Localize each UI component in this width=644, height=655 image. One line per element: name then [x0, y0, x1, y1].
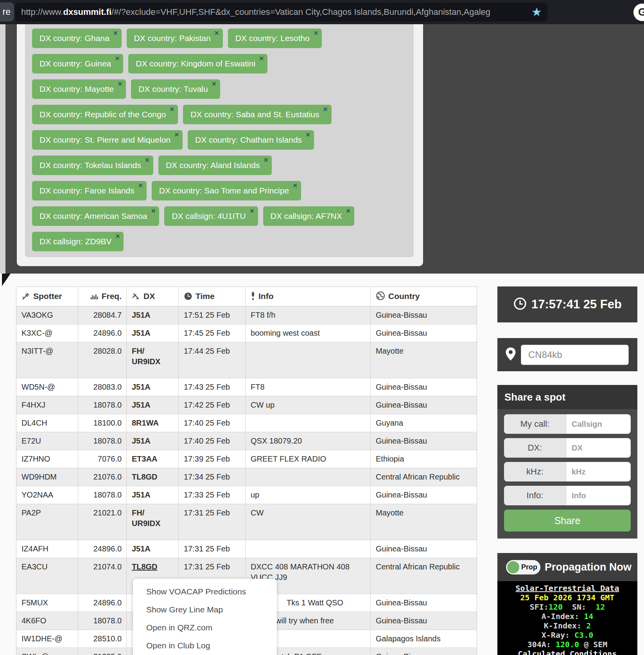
tag-row: DX country: Republic of the Congo✕DX cou…: [32, 105, 414, 124]
filter-tag[interactable]: DX country: Mayotte✕: [32, 79, 126, 99]
locator-input[interactable]: [521, 345, 629, 365]
filter-tag[interactable]: DX country: Aland Islands✕: [158, 156, 272, 175]
dx-callsign-link[interactable]: J51A: [132, 544, 151, 553]
solar-segment: A-Index:: [542, 612, 584, 621]
dx-callsign-link[interactable]: ET3AA: [132, 455, 158, 463]
country-cell: Guinea-Bissau: [371, 378, 477, 396]
remove-icon[interactable]: ✕: [212, 81, 217, 87]
filter-tag[interactable]: DX country: Republic of the Congo✕: [32, 105, 178, 124]
dx-callsign-link[interactable]: TL8GD: [132, 562, 158, 571]
dx-cell: J51A: [127, 486, 179, 504]
browser-partial-button[interactable]: re: [0, 2, 14, 21]
remove-icon[interactable]: ✕: [323, 106, 328, 112]
dx-callsign-link[interactable]: J51A: [132, 311, 151, 319]
filter-tag[interactable]: DX country: Sao Tome and Principe✕: [152, 181, 301, 200]
remove-icon[interactable]: ✕: [259, 55, 264, 61]
info-cell: [246, 342, 371, 378]
country-cell: Guinea-Bissau: [371, 540, 477, 558]
filter-tag[interactable]: DX country: St. Pierre and Miquelon✕: [32, 130, 183, 150]
url-domain: dxsummit.fi: [63, 7, 111, 17]
info-cell: [246, 540, 371, 558]
spotter-cell: N3ITT-@: [16, 342, 78, 378]
context-menu-item[interactable]: Open in Club Log: [133, 637, 277, 655]
filter-tag[interactable]: DX country: Tuvalu✕: [131, 79, 220, 99]
remove-icon[interactable]: ✕: [293, 183, 298, 188]
share-field-input-dx[interactable]: [566, 438, 631, 458]
dx-callsign-link[interactable]: J51A: [132, 329, 151, 337]
propagation-toggle[interactable]: Prop: [506, 560, 540, 574]
filter-tag[interactable]: DX country: Tokelau Islands✕: [32, 156, 153, 175]
dx-callsign-link[interactable]: FH/ UR9IDX: [132, 508, 160, 528]
info-cell: GREET FLEX RADIO: [246, 450, 371, 468]
share-field-input-khz[interactable]: [566, 462, 631, 481]
time-cell: 17:40 25 Feb: [179, 432, 246, 450]
profile-avatar[interactable]: G: [633, 4, 644, 21]
dx-callsign-link[interactable]: J51A: [132, 437, 151, 445]
url-bar[interactable]: http://www.dxsummit.fi/#/?exclude=VHF,UH…: [15, 3, 547, 21]
remove-icon[interactable]: ✕: [113, 30, 118, 36]
remove-icon[interactable]: ✕: [118, 81, 123, 87]
dx-callsign-link[interactable]: FH/ UR9IDX: [132, 347, 160, 366]
filter-tag[interactable]: DX callsign: AF7NX✕: [263, 206, 354, 226]
remove-icon[interactable]: ✕: [306, 132, 311, 138]
solar-segment: 120.0: [556, 640, 579, 649]
remove-icon[interactable]: ✕: [170, 106, 175, 112]
filter-tag[interactable]: DX callsign: ZD9BV✕: [32, 232, 124, 251]
filter-tag[interactable]: DX country: Saba and St. Eustatius✕: [183, 105, 331, 124]
spotter-cell: WD9HDM: [16, 468, 78, 486]
remove-icon[interactable]: ✕: [346, 208, 351, 214]
filter-tag[interactable]: DX country: Pakistan✕: [127, 29, 223, 48]
toggle-knob-icon: [507, 561, 519, 573]
filter-tag-label: DX country: Lesotho: [235, 34, 310, 43]
table-row: DL4CH18100.08R1WA17:40 25 FebGuyana: [16, 414, 477, 432]
share-button[interactable]: Share: [504, 510, 631, 532]
filter-tag[interactable]: DX country: Chatham Islands✕: [188, 130, 314, 150]
context-menu-item[interactable]: Show Grey Line Map: [133, 601, 277, 619]
dx-callsign-link[interactable]: TL8GD: [132, 472, 158, 481]
filter-tag-label: DX country: Tokelau Islands: [39, 161, 141, 170]
antenna-down-icon: [132, 292, 140, 303]
tag-row: DX country: Ghana✕DX country: Pakistan✕D…: [32, 29, 414, 48]
filter-tag[interactable]: DX country: Kingdom of Eswatini✕: [128, 54, 267, 73]
share-field-label: kHz:: [504, 462, 566, 481]
remove-icon[interactable]: ✕: [174, 132, 179, 138]
tag-row: DX country: Guinea✕DX country: Kingdom o…: [32, 54, 414, 73]
share-field-input-info[interactable]: [566, 486, 631, 505]
remove-icon[interactable]: ✕: [264, 157, 269, 163]
filter-tag[interactable]: DX country: Faroe Islands✕: [32, 181, 147, 200]
remove-icon[interactable]: ✕: [138, 183, 143, 188]
time-cell: 17:39 25 Feb: [179, 450, 246, 468]
context-menu-item[interactable]: Open in QRZ.com: [133, 619, 277, 637]
tag-row: DX country: Tokelau Islands✕DX country: …: [32, 156, 414, 175]
remove-icon[interactable]: ✕: [145, 157, 150, 163]
column-header-dx: DX: [127, 287, 179, 306]
bookmark-star-icon[interactable]: ★: [531, 3, 542, 21]
spotter-cell: 4K6FO: [16, 612, 78, 630]
spotter-cell: F4HXJ: [16, 396, 78, 414]
clock-icon: [184, 292, 192, 303]
freq-cell: 28084.7: [78, 306, 127, 324]
filter-tag[interactable]: DX country: Ghana✕: [32, 29, 122, 48]
dx-callsign-link[interactable]: J51A: [132, 383, 151, 391]
table-row: IZ4AFH24896.0J51A17:31 25 FebGuinea-Biss…: [16, 540, 477, 558]
spotter-cell: IW1DHE-@: [16, 630, 78, 648]
remove-icon[interactable]: ✕: [115, 55, 120, 61]
solar-segment: 14: [584, 612, 593, 621]
filter-tag[interactable]: DX callsign: 4U1ITU✕: [164, 206, 258, 226]
filter-tag[interactable]: DX country: Lesotho✕: [228, 29, 322, 48]
filter-tag[interactable]: DX country: American Samoa✕: [32, 206, 159, 226]
spot-context-menu: Show VOACAP PredictionsShow Grey Line Ma…: [133, 579, 277, 655]
remove-icon[interactable]: ✕: [151, 208, 156, 214]
dx-callsign-link[interactable]: J51A: [132, 490, 151, 499]
filter-tag[interactable]: DX country: Guinea✕: [32, 54, 123, 73]
dx-callsign-link[interactable]: 8R1WA: [132, 419, 159, 427]
remove-icon[interactable]: ✕: [214, 30, 219, 36]
dx-callsign-link[interactable]: J51A: [132, 401, 151, 409]
remove-icon[interactable]: ✕: [313, 30, 318, 36]
share-field-input-callsign[interactable]: [566, 414, 631, 434]
context-menu-item[interactable]: Show VOACAP Predictions: [133, 583, 277, 601]
remove-icon[interactable]: ✕: [115, 233, 120, 239]
column-header-label: Time: [196, 292, 215, 301]
info-cell: FT8: [246, 378, 371, 396]
remove-icon[interactable]: ✕: [249, 208, 255, 214]
